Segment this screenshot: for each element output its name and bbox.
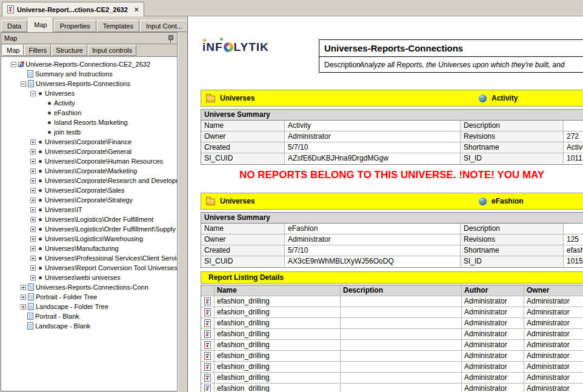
tree-item-join-testb[interactable]: join testb [1, 127, 177, 137]
tree-item-universes-logistics-warehousing[interactable]: +Universes\Logistics\Warehousing [1, 234, 177, 244]
tree-item-universes-manufacturing[interactable]: +Universes\Manufacturing [1, 244, 177, 253]
map-subtab-map[interactable]: Map [2, 45, 24, 56]
document-tab[interactable]: Universe-Report...ctions-CE2_2632 × [2, 2, 144, 16]
tree-item-universes-logistics-order-fulfillment-supply-chain[interactable]: +Universes\Logistics\Order Fulfillment\S… [1, 224, 177, 234]
expand-icon[interactable]: + [30, 275, 36, 281]
tree-item-universes-corporate-general[interactable]: +Universes\Corporate\General [1, 147, 177, 156]
document-tab-bar: Universe-Report...ctions-CE2_2632 × [0, 0, 583, 16]
summary-label-cell: Owner [201, 131, 285, 142]
document-icon [27, 322, 33, 330]
collapse-icon[interactable]: − [21, 81, 26, 87]
report-document-icon [7, 5, 14, 13]
pin-icon[interactable] [166, 35, 174, 42]
expand-icon[interactable]: + [30, 159, 36, 164]
table-row: efashion_drillingAdministratorAdministra… [201, 329, 583, 340]
expand-icon[interactable]: + [30, 236, 36, 242]
expand-icon[interactable]: + [30, 217, 36, 222]
summary-label-cell: SI_CUID [201, 256, 285, 267]
universe-band: UniversesActivity [201, 90, 583, 107]
tree-item-universes-corporate-research-and-development[interactable]: +Universes\Corporate\Research and Develo… [1, 176, 177, 185]
expand-icon[interactable]: + [21, 304, 26, 310]
report-icon-cell [201, 384, 215, 392]
collapse-icon[interactable]: − [30, 91, 36, 96]
summary-label-cell: SI_ID [461, 256, 564, 267]
expand-icon[interactable]: + [30, 178, 36, 184]
tree-item-universes-logistics-order-fulfillment[interactable]: +Universes\Logistics\Order Fulfillment [1, 214, 177, 224]
report-description-cell [341, 296, 462, 307]
expand-icon[interactable]: + [30, 149, 36, 154]
map-panel-header: Map [1, 32, 178, 44]
tab-templates[interactable]: Templates [97, 20, 139, 32]
expand-icon[interactable]: + [30, 139, 36, 145]
summary-label-cell: Shortname [461, 245, 564, 256]
report-name-cell: efashion_drilling [215, 384, 341, 392]
tab-map[interactable]: Map [28, 18, 53, 32]
expand-icon[interactable]: + [30, 168, 36, 174]
tree-item-summary-and-instructions[interactable]: Summary and Instructions [1, 69, 177, 79]
map-subtab-structure[interactable]: Structure [52, 45, 87, 56]
collapse-icon[interactable]: − [11, 62, 16, 67]
tab-input-cont[interactable]: Input Cont... [140, 20, 188, 32]
tree-item-landscape-folder-tree[interactable]: +Landscape - Folder Tree [1, 302, 177, 311]
summary-value-cell [564, 224, 583, 234]
tree-item-label: Universes [45, 90, 75, 97]
tree-item-universes-corporate-finance[interactable]: +Universes\Corporate\Finance [1, 137, 177, 147]
report-description-cell [341, 373, 462, 384]
panel-splitter[interactable] [178, 32, 187, 392]
expand-icon[interactable]: + [30, 198, 36, 203]
report-icon-cell [201, 329, 215, 340]
tree-item-label: Universes\Logistics\Order Fulfillment [45, 216, 153, 223]
close-tab-icon[interactable]: × [135, 5, 139, 14]
tree-item-label: Universes\Logistics\Warehousing [45, 235, 143, 242]
tab-properties[interactable]: Properties [54, 20, 96, 32]
expand-icon[interactable]: + [21, 294, 26, 300]
tree-item-universes[interactable]: −Universes [1, 88, 177, 98]
expand-icon[interactable]: + [30, 246, 36, 251]
map-subtab-filters[interactable]: Filters [24, 45, 51, 56]
tree-item-universes-it[interactable]: +Universes\IT [1, 205, 177, 214]
universe-summary-title: Universe Summary [201, 109, 583, 120]
report-owner-cell: Administrator [524, 351, 583, 362]
map-subtab-input-controls[interactable]: Input controls [88, 45, 136, 56]
bullet-icon [39, 179, 42, 182]
tree-item-universes-reports-connections-conn[interactable]: +Universes-Reports-Connections-Conn [1, 282, 177, 292]
tree-item-portrait-folder-tree[interactable]: +Portrait - Folder Tree [1, 292, 177, 302]
tree-item-universes-reports-connections[interactable]: −Universes-Reports-Connections [1, 79, 177, 88]
expand-icon[interactable]: + [30, 256, 36, 261]
bullet-icon [39, 257, 42, 260]
report-icon-cell [201, 362, 215, 373]
tree-item-activity[interactable]: Activity [1, 98, 177, 108]
expand-icon[interactable]: + [30, 207, 36, 213]
tree-item-universes-corporate-sales[interactable]: +Universes\Corporate\Sales [1, 185, 177, 195]
tree-item-efashion[interactable]: eFashion [1, 108, 177, 118]
tree-item-landscape-blank[interactable]: Landscape - Blank [1, 321, 177, 331]
tree-item-island-resorts-marketing[interactable]: Island Resorts Marketing [1, 118, 177, 127]
expand-icon[interactable]: + [30, 265, 36, 271]
application-window: Universe-Report...ctions-CE2_2632 × Data… [0, 0, 583, 392]
report-author-cell: Administrator [462, 307, 524, 318]
report-description-cell [341, 318, 462, 329]
tree-item-label: Universes\Corporate\Finance [45, 138, 132, 145]
expand-icon[interactable]: + [21, 285, 26, 290]
expand-icon[interactable]: + [30, 188, 36, 193]
tree-item-universes-report-conversion-tool-universes[interactable]: +Universes\Report Conversion Tool Univer… [1, 263, 177, 273]
summary-value-cell: eFashion [285, 224, 461, 234]
tree-item-universes-corporate-human-resources[interactable]: +Universes\Corporate\Human Resources [1, 156, 177, 166]
tree-item-portrait-blank[interactable]: Portrait - Blank [1, 311, 177, 321]
tree-item-universes-professional-services-client-services[interactable]: +Universes\Professional Services\Client … [1, 253, 177, 263]
tree-item-universe-reports-connections-ce2-2632[interactable]: −Universe-Reports-Connections-CE2_2632 [1, 59, 177, 69]
tree-item-label: Landscape - Blank [35, 322, 90, 330]
summary-value-cell: efashion [564, 245, 583, 256]
band-universe-label: eFashion [491, 197, 524, 205]
document-map-tree: −Universe-Reports-Connections-CE2_2632Su… [1, 57, 178, 391]
logo-pinwheel-icon [224, 42, 233, 52]
report-description-cell [341, 307, 462, 318]
band-folder-label: Universes [220, 94, 255, 102]
expand-icon[interactable]: + [30, 227, 36, 232]
tab-data[interactable]: Data [1, 20, 27, 32]
tree-item-universes-webi-universes[interactable]: +Universes\webi universes [1, 273, 177, 282]
bullet-icon [39, 189, 42, 192]
tree-item-universes-corporate-strategy[interactable]: +Universes\Corporate\Strategy [1, 195, 177, 205]
tree-item-label: Universes\Corporate\Research and Develop… [45, 177, 177, 184]
tree-item-universes-corporate-marketing[interactable]: +Universes\Corporate\Marketing [1, 166, 177, 176]
